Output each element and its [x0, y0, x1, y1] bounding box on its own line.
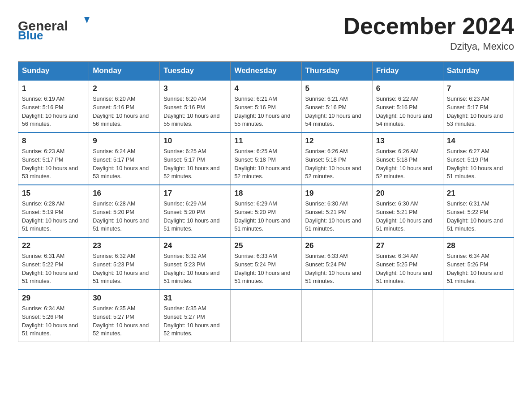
day-info: Sunrise: 6:27 AMSunset: 5:19 PMDaylight:…: [447, 148, 503, 180]
day-info: Sunrise: 6:19 AMSunset: 5:16 PMDaylight:…: [22, 96, 78, 127]
day-number: 29: [22, 294, 85, 303]
day-info: Sunrise: 6:25 AMSunset: 5:18 PMDaylight:…: [234, 148, 290, 180]
day-info: Sunrise: 6:30 AMSunset: 5:21 PMDaylight:…: [376, 201, 432, 232]
day-number: 31: [163, 294, 227, 303]
day-number: 28: [447, 241, 510, 250]
day-info: Sunrise: 6:28 AMSunset: 5:20 PMDaylight:…: [93, 201, 149, 232]
day-number: 21: [447, 189, 510, 198]
day-info: Sunrise: 6:23 AMSunset: 5:17 PMDaylight:…: [22, 148, 78, 180]
day-info: Sunrise: 6:21 AMSunset: 5:16 PMDaylight:…: [234, 96, 290, 127]
svg-marker-1: [84, 17, 90, 23]
calendar-week-row: 29 Sunrise: 6:34 AMSunset: 5:26 PMDaylig…: [18, 290, 514, 342]
day-number: 12: [305, 137, 369, 146]
logo: General Blue: [18, 13, 90, 42]
calendar-week-row: 22 Sunrise: 6:31 AMSunset: 5:22 PMDaylig…: [18, 237, 514, 290]
calendar-header-sunday: Sunday: [18, 62, 89, 81]
calendar-header-monday: Monday: [89, 62, 160, 81]
day-number: 15: [22, 189, 85, 198]
day-info: Sunrise: 6:29 AMSunset: 5:20 PMDaylight:…: [163, 201, 219, 232]
title-block: December 2024 Dzitya, Mexico: [343, 13, 514, 52]
calendar-cell: [372, 290, 443, 342]
calendar-cell: 12 Sunrise: 6:26 AMSunset: 5:18 PMDaylig…: [301, 133, 372, 185]
day-info: Sunrise: 6:33 AMSunset: 5:24 PMDaylight:…: [305, 253, 361, 284]
day-info: Sunrise: 6:32 AMSunset: 5:23 PMDaylight:…: [163, 253, 219, 284]
calendar-header-tuesday: Tuesday: [160, 62, 231, 81]
day-number: 6: [376, 84, 439, 93]
day-number: 2: [93, 84, 156, 93]
calendar-cell: 7 Sunrise: 6:23 AMSunset: 5:17 PMDayligh…: [443, 80, 514, 133]
calendar-cell: 21 Sunrise: 6:31 AMSunset: 5:22 PMDaylig…: [443, 185, 514, 237]
day-number: 7: [447, 84, 510, 93]
calendar-cell: [301, 290, 372, 342]
day-number: 26: [305, 241, 369, 250]
day-info: Sunrise: 6:31 AMSunset: 5:22 PMDaylight:…: [447, 201, 503, 232]
calendar-cell: 24 Sunrise: 6:32 AMSunset: 5:23 PMDaylig…: [160, 237, 231, 290]
calendar-header-row: SundayMondayTuesdayWednesdayThursdayFrid…: [18, 62, 514, 81]
calendar-header-friday: Friday: [372, 62, 443, 81]
calendar-cell: 26 Sunrise: 6:33 AMSunset: 5:24 PMDaylig…: [301, 237, 372, 290]
calendar-cell: 18 Sunrise: 6:29 AMSunset: 5:20 PMDaylig…: [231, 185, 301, 237]
calendar-cell: 23 Sunrise: 6:32 AMSunset: 5:23 PMDaylig…: [89, 237, 160, 290]
day-number: 30: [93, 294, 156, 303]
day-info: Sunrise: 6:23 AMSunset: 5:17 PMDaylight:…: [447, 96, 503, 127]
day-number: 19: [305, 189, 369, 198]
calendar-subtitle: Dzitya, Mexico: [343, 41, 514, 52]
calendar-cell: 11 Sunrise: 6:25 AMSunset: 5:18 PMDaylig…: [231, 133, 301, 185]
day-info: Sunrise: 6:31 AMSunset: 5:22 PMDaylight:…: [22, 253, 78, 284]
day-info: Sunrise: 6:24 AMSunset: 5:17 PMDaylight:…: [93, 148, 149, 180]
day-info: Sunrise: 6:26 AMSunset: 5:18 PMDaylight:…: [305, 148, 361, 180]
calendar-cell: 2 Sunrise: 6:20 AMSunset: 5:16 PMDayligh…: [89, 80, 160, 133]
day-info: Sunrise: 6:35 AMSunset: 5:27 PMDaylight:…: [93, 305, 149, 337]
day-number: 9: [93, 137, 156, 146]
calendar-cell: 25 Sunrise: 6:33 AMSunset: 5:24 PMDaylig…: [231, 237, 301, 290]
calendar-cell: 19 Sunrise: 6:30 AMSunset: 5:21 PMDaylig…: [301, 185, 372, 237]
day-number: 8: [22, 137, 85, 146]
day-info: Sunrise: 6:30 AMSunset: 5:21 PMDaylight:…: [305, 201, 361, 232]
day-info: Sunrise: 6:26 AMSunset: 5:18 PMDaylight:…: [376, 148, 432, 180]
day-number: 3: [163, 84, 227, 93]
calendar-cell: 1 Sunrise: 6:19 AMSunset: 5:16 PMDayligh…: [18, 80, 89, 133]
calendar-cell: 28 Sunrise: 6:34 AMSunset: 5:26 PMDaylig…: [443, 237, 514, 290]
calendar-cell: 5 Sunrise: 6:21 AMSunset: 5:16 PMDayligh…: [301, 80, 372, 133]
calendar-cell: 29 Sunrise: 6:34 AMSunset: 5:26 PMDaylig…: [18, 290, 89, 342]
day-number: 4: [234, 84, 297, 93]
day-info: Sunrise: 6:22 AMSunset: 5:16 PMDaylight:…: [376, 96, 432, 127]
calendar-cell: 27 Sunrise: 6:34 AMSunset: 5:25 PMDaylig…: [372, 237, 443, 290]
calendar-cell: [231, 290, 301, 342]
calendar-cell: 9 Sunrise: 6:24 AMSunset: 5:17 PMDayligh…: [89, 133, 160, 185]
day-number: 16: [93, 189, 156, 198]
day-info: Sunrise: 6:25 AMSunset: 5:17 PMDaylight:…: [163, 148, 219, 180]
day-number: 20: [376, 189, 439, 198]
day-number: 10: [163, 137, 227, 146]
calendar-cell: 14 Sunrise: 6:27 AMSunset: 5:19 PMDaylig…: [443, 133, 514, 185]
calendar-header-wednesday: Wednesday: [231, 62, 301, 81]
calendar-cell: 3 Sunrise: 6:20 AMSunset: 5:16 PMDayligh…: [160, 80, 231, 133]
calendar-cell: 8 Sunrise: 6:23 AMSunset: 5:17 PMDayligh…: [18, 133, 89, 185]
calendar-week-row: 8 Sunrise: 6:23 AMSunset: 5:17 PMDayligh…: [18, 133, 514, 185]
day-number: 18: [234, 189, 297, 198]
day-info: Sunrise: 6:34 AMSunset: 5:26 PMDaylight:…: [22, 305, 78, 337]
day-number: 1: [22, 84, 85, 93]
calendar-cell: 13 Sunrise: 6:26 AMSunset: 5:18 PMDaylig…: [372, 133, 443, 185]
calendar-header-thursday: Thursday: [301, 62, 372, 81]
day-number: 14: [447, 137, 510, 146]
calendar-table: SundayMondayTuesdayWednesdayThursdayFrid…: [18, 61, 514, 342]
calendar-week-row: 15 Sunrise: 6:28 AMSunset: 5:19 PMDaylig…: [18, 185, 514, 237]
calendar-cell: 6 Sunrise: 6:22 AMSunset: 5:16 PMDayligh…: [372, 80, 443, 133]
day-info: Sunrise: 6:35 AMSunset: 5:27 PMDaylight:…: [163, 305, 219, 337]
day-number: 17: [163, 189, 227, 198]
calendar-week-row: 1 Sunrise: 6:19 AMSunset: 5:16 PMDayligh…: [18, 80, 514, 133]
logo-text: General Blue: [18, 13, 90, 42]
day-info: Sunrise: 6:20 AMSunset: 5:16 PMDaylight:…: [163, 96, 219, 127]
calendar-cell: 17 Sunrise: 6:29 AMSunset: 5:20 PMDaylig…: [160, 185, 231, 237]
day-info: Sunrise: 6:34 AMSunset: 5:25 PMDaylight:…: [376, 253, 432, 284]
calendar-cell: 4 Sunrise: 6:21 AMSunset: 5:16 PMDayligh…: [231, 80, 301, 133]
calendar-cell: 31 Sunrise: 6:35 AMSunset: 5:27 PMDaylig…: [160, 290, 231, 342]
calendar-cell: 22 Sunrise: 6:31 AMSunset: 5:22 PMDaylig…: [18, 237, 89, 290]
calendar-header-saturday: Saturday: [443, 62, 514, 81]
day-info: Sunrise: 6:33 AMSunset: 5:24 PMDaylight:…: [234, 253, 290, 284]
calendar-cell: 30 Sunrise: 6:35 AMSunset: 5:27 PMDaylig…: [89, 290, 160, 342]
day-info: Sunrise: 6:20 AMSunset: 5:16 PMDaylight:…: [93, 96, 149, 127]
calendar-cell: [443, 290, 514, 342]
calendar-title: December 2024: [343, 13, 514, 39]
